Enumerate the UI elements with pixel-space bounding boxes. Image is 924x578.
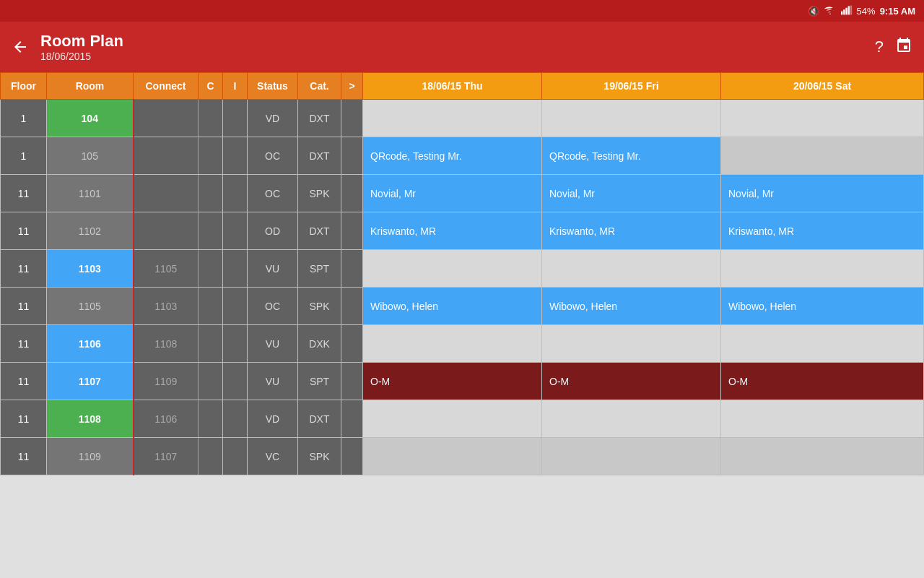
booking2-cell[interactable]: Wibowo, Helen	[542, 288, 721, 325]
svg-rect-3	[847, 6, 849, 14]
svg-rect-4	[850, 5, 851, 14]
booking1-cell[interactable]	[363, 250, 542, 288]
c-cell	[199, 250, 223, 288]
booking3-cell[interactable]	[721, 137, 924, 175]
booking2-cell[interactable]: O-M	[542, 363, 721, 400]
room-cell[interactable]: 1108	[47, 400, 134, 438]
cat-cell: DXT	[298, 100, 341, 137]
cat-cell: DXT	[298, 212, 341, 250]
room-cell[interactable]: 105	[47, 137, 134, 175]
svg-rect-0	[841, 11, 842, 14]
booking3-cell[interactable]: Wibowo, Helen	[721, 288, 924, 325]
booking1-cell[interactable]: Kriswanto, MR	[363, 212, 542, 250]
title-block: Room Plan 18/06/2015	[40, 32, 875, 62]
help-button[interactable]: ?	[875, 38, 884, 56]
booking2-cell[interactable]	[542, 325, 721, 363]
booking1-cell[interactable]: O-M	[363, 363, 542, 400]
booking2-cell[interactable]: QRcode, Testing Mr.	[542, 137, 721, 175]
booking2-cell[interactable]	[542, 100, 721, 137]
booking2-cell[interactable]	[542, 400, 721, 438]
table-row[interactable]: 11 1102 OD DXT Kriswanto, MR Kriswanto, …	[1, 212, 924, 250]
table-row[interactable]: 11 1108 1106 VD DXT	[1, 400, 924, 438]
table-body: 1 104 VD DXT 1 105 OC DXT QRcode, Testin…	[1, 100, 924, 475]
floor-cell: 11	[1, 250, 47, 288]
booking1-cell[interactable]: QRcode, Testing Mr.	[363, 137, 542, 175]
app-bar: Room Plan 18/06/2015 ?	[0, 22, 924, 72]
booking1-cell[interactable]	[363, 400, 542, 438]
action-icons: ?	[875, 37, 912, 58]
arrow-cell	[341, 250, 363, 288]
table-row[interactable]: 11 1101 OC SPK Novial, Mr Novial, Mr Nov…	[1, 175, 924, 212]
header-cat: Cat.	[298, 73, 341, 100]
table-container: Floor Room Connect C I Status Cat. > 18/…	[0, 72, 924, 475]
booking2-cell[interactable]: Novial, Mr	[542, 175, 721, 212]
header-date2: 19/06/15 Fri	[542, 73, 721, 100]
room-cell[interactable]: 1102	[47, 212, 134, 250]
i-cell	[223, 288, 248, 325]
back-button[interactable]	[12, 38, 29, 56]
booking3-cell[interactable]	[721, 400, 924, 438]
c-cell	[199, 137, 223, 175]
table-row[interactable]: 11 1105 1103 OC SPK Wibowo, Helen Wibowo…	[1, 288, 924, 325]
table-row[interactable]: 1 105 OC DXT QRcode, Testing Mr. QRcode,…	[1, 137, 924, 175]
booking3-cell[interactable]	[721, 100, 924, 137]
table-row[interactable]: 11 1109 1107 VC SPK	[1, 438, 924, 475]
booking3-cell[interactable]: Novial, Mr	[721, 175, 924, 212]
i-cell	[223, 212, 248, 250]
connect-cell	[134, 137, 199, 175]
cat-cell: SPK	[298, 288, 341, 325]
c-cell	[199, 438, 223, 475]
arrow-cell	[341, 325, 363, 363]
table-row[interactable]: 11 1107 1109 VU SPT O-M O-M O-M	[1, 363, 924, 400]
table-header-row: Floor Room Connect C I Status Cat. > 18/…	[1, 73, 924, 100]
table-row[interactable]: 11 1103 1105 VU SPT	[1, 250, 924, 288]
booking3-cell[interactable]: Kriswanto, MR	[721, 212, 924, 250]
room-cell[interactable]: 1106	[47, 325, 134, 363]
room-cell[interactable]: 1105	[47, 288, 134, 325]
room-cell[interactable]: 1107	[47, 363, 134, 400]
floor-cell: 11	[1, 175, 47, 212]
status-cell: VC	[248, 438, 298, 475]
booking3-cell[interactable]	[721, 250, 924, 288]
room-cell[interactable]: 1109	[47, 438, 134, 475]
i-cell	[223, 400, 248, 438]
booking3-cell[interactable]	[721, 438, 924, 475]
svg-rect-1	[843, 9, 845, 14]
page-title: Room Plan	[40, 32, 875, 51]
room-cell[interactable]: 104	[47, 100, 134, 137]
room-cell[interactable]: 1103	[47, 250, 134, 288]
header-date1: 18/06/15 Thu	[363, 73, 542, 100]
booking1-cell[interactable]	[363, 325, 542, 363]
header-c: C	[199, 73, 223, 100]
booking1-cell[interactable]: Novial, Mr	[363, 175, 542, 212]
wifi-icon	[824, 5, 837, 17]
booking1-cell[interactable]	[363, 438, 542, 475]
room-cell[interactable]: 1101	[47, 175, 134, 212]
booking3-cell[interactable]: O-M	[721, 363, 924, 400]
connect-cell	[134, 175, 199, 212]
status-cell: VU	[248, 363, 298, 400]
i-cell	[223, 250, 248, 288]
c-cell	[199, 363, 223, 400]
status-cell: VD	[248, 100, 298, 137]
status-cell: OC	[248, 288, 298, 325]
status-cell: OC	[248, 137, 298, 175]
page-subtitle: 18/06/2015	[40, 51, 875, 62]
floor-cell: 1	[1, 137, 47, 175]
connect-cell	[134, 212, 199, 250]
booking2-cell[interactable]: Kriswanto, MR	[542, 212, 721, 250]
table-row[interactable]: 1 104 VD DXT	[1, 100, 924, 137]
booking1-cell[interactable]: Wibowo, Helen	[363, 288, 542, 325]
table-row[interactable]: 11 1106 1108 VU DXK	[1, 325, 924, 363]
arrow-cell	[341, 363, 363, 400]
cat-cell: DXT	[298, 137, 341, 175]
booking2-cell[interactable]	[542, 250, 721, 288]
status-cell: VU	[248, 250, 298, 288]
i-cell	[223, 137, 248, 175]
booking3-cell[interactable]	[721, 325, 924, 363]
cat-cell: DXT	[298, 400, 341, 438]
booking1-cell[interactable]	[363, 100, 542, 137]
room-plan-table: Floor Room Connect C I Status Cat. > 18/…	[0, 72, 924, 475]
calendar-button[interactable]	[895, 37, 912, 58]
booking2-cell[interactable]	[542, 438, 721, 475]
